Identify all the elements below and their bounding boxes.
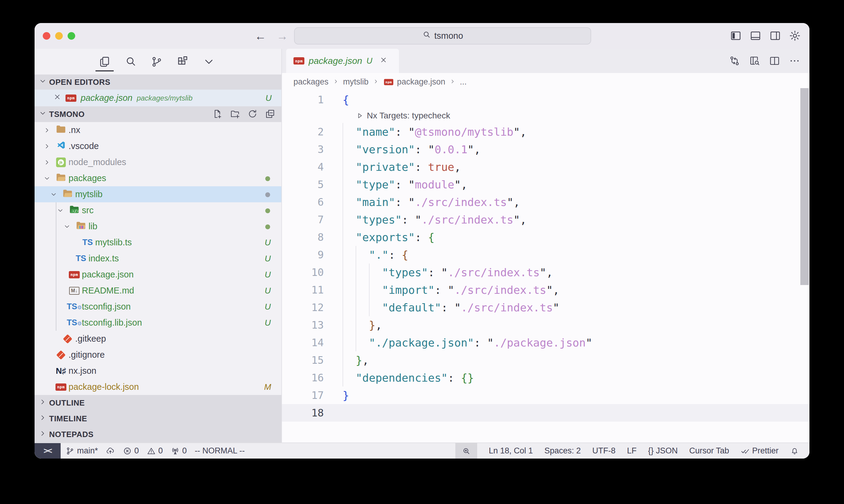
code-line-2[interactable]: 2 "name": "@tsmono/mytslib", bbox=[282, 123, 809, 141]
chevron-down-icon bbox=[39, 109, 47, 119]
tree-item-nx-json[interactable]: N♯nx.json bbox=[35, 363, 281, 379]
line-number: 6 bbox=[282, 196, 343, 208]
close-window-button[interactable] bbox=[43, 32, 50, 40]
status-ln-18-col-1[interactable]: Ln 18, Col 1 bbox=[489, 446, 533, 455]
close-editor-icon[interactable] bbox=[53, 93, 61, 103]
refresh-icon[interactable] bbox=[247, 109, 258, 120]
tree-item-readme-md[interactable]: M↓README.mdU bbox=[35, 283, 281, 299]
command-center-search[interactable]: tsmono bbox=[294, 27, 591, 44]
tree-item-package-lock-json[interactable]: npmpackage-lock.jsonM bbox=[35, 379, 281, 395]
panel-right-icon[interactable] bbox=[769, 30, 781, 42]
nav-back-button[interactable]: ← bbox=[255, 30, 266, 43]
status-bell[interactable] bbox=[790, 447, 799, 455]
status-cloud-up[interactable] bbox=[106, 447, 115, 455]
tree-item-packages[interactable]: packages bbox=[35, 170, 281, 186]
line-number: 4 bbox=[282, 161, 343, 173]
code-line-15[interactable]: 15 }, bbox=[282, 352, 809, 369]
tree-item-mytslib[interactable]: mytslib bbox=[35, 186, 281, 202]
chevron-down-icon[interactable] bbox=[202, 53, 216, 70]
tree-item-lib[interactable]: lib bbox=[35, 218, 281, 234]
tree-item-src[interactable]: ‹/›src bbox=[35, 202, 281, 218]
tree-item--gitignore[interactable]: .gitignore bbox=[35, 347, 281, 363]
split-icon[interactable] bbox=[769, 55, 780, 67]
code-line-17[interactable]: 17} bbox=[282, 386, 809, 404]
new-folder-icon[interactable] bbox=[230, 109, 241, 120]
extensions-icon[interactable] bbox=[176, 53, 189, 70]
code-line-9[interactable]: 9 ".": { bbox=[282, 246, 809, 264]
code-line-12[interactable]: 12 "default": "./src/index.ts" bbox=[282, 299, 809, 316]
open-editor-item[interactable]: npm package.json packages/mytslib U bbox=[35, 90, 281, 106]
code-line-16[interactable]: 16 "dependencies": {} bbox=[282, 369, 809, 386]
tree-item-package-json[interactable]: npmpackage.jsonU bbox=[35, 267, 281, 283]
tree-item--vscode[interactable]: .vscode bbox=[35, 138, 281, 154]
collapse-all-icon[interactable] bbox=[265, 109, 276, 120]
code-line-7[interactable]: 7 "types": "./src/index.ts", bbox=[282, 211, 809, 228]
tab-package-json[interactable]: npm package.json U bbox=[286, 49, 399, 73]
code-line-4[interactable]: 4 "private": true, bbox=[282, 158, 809, 176]
section-header-timeline[interactable]: TIMELINE bbox=[35, 411, 281, 427]
tree-item--nx[interactable]: .nx bbox=[35, 122, 281, 138]
code-line-8[interactable]: 8 "exports": { bbox=[282, 228, 809, 246]
diff-icon[interactable] bbox=[729, 55, 740, 67]
new-file-icon[interactable] bbox=[212, 109, 223, 120]
status-lf[interactable]: LF bbox=[627, 446, 637, 455]
ellipsis-icon[interactable] bbox=[789, 55, 800, 67]
code-editor[interactable]: 1{Nx Targets: typecheck2 "name": "@tsmon… bbox=[282, 91, 809, 443]
open-editors-header[interactable]: OPEN EDITORS bbox=[35, 74, 281, 90]
status-prettier[interactable]: Prettier bbox=[741, 446, 778, 455]
breadcrumb-item[interactable]: npmpackage.json bbox=[383, 77, 445, 87]
node-icon: js bbox=[54, 158, 68, 167]
code-line-6[interactable]: 6 "main": "./src/index.ts", bbox=[282, 193, 809, 211]
tab-close-icon[interactable] bbox=[380, 56, 387, 66]
codelens-nx-targets[interactable]: Nx Targets: typecheck bbox=[282, 108, 809, 123]
section-header-notepads[interactable]: NOTEPADS bbox=[35, 427, 281, 442]
breadcrumb-item[interactable]: ... bbox=[460, 77, 467, 87]
tree-item-index-ts[interactable]: TSindex.tsU bbox=[35, 251, 281, 267]
preview-icon[interactable] bbox=[749, 55, 760, 67]
tree-item-tsconfig-json[interactable]: TS⚙tsconfig.jsonU bbox=[35, 299, 281, 315]
tree-item-tsconfig-lib-json[interactable]: TS⚙tsconfig.lib.jsonU bbox=[35, 315, 281, 331]
tree-item--gitkeep[interactable]: .gitkeep bbox=[35, 331, 281, 347]
code-line-14[interactable]: 14 "./package.json": "./package.json" bbox=[282, 334, 809, 352]
branch-icon bbox=[66, 447, 74, 455]
code-line-18[interactable]: 18 bbox=[282, 404, 809, 421]
breadcrumb-item[interactable]: mytslib bbox=[343, 77, 369, 87]
code-line-11[interactable]: 11 "import": "./src/index.ts", bbox=[282, 281, 809, 299]
explorer-section-header[interactable]: TSMONO bbox=[35, 106, 281, 122]
code-line-5[interactable]: 5 "type": "module", bbox=[282, 176, 809, 193]
section-header-outline[interactable]: OUTLINE bbox=[35, 395, 281, 411]
status-zoom-in[interactable] bbox=[455, 443, 477, 458]
code-line-1[interactable]: 1{ bbox=[282, 91, 809, 108]
status-broadcast[interactable]: 0 bbox=[171, 446, 187, 455]
git-status-badge: U bbox=[263, 270, 272, 280]
status-warning[interactable]: 0 bbox=[147, 446, 163, 455]
breadcrumb-item[interactable]: packages bbox=[293, 77, 329, 87]
code-line-3[interactable]: 3 "version": "0.0.1", bbox=[282, 141, 809, 158]
code-line-13[interactable]: 13 }, bbox=[282, 316, 809, 334]
status-spaces-2[interactable]: Spaces: 2 bbox=[545, 446, 581, 455]
status-utf-8[interactable]: UTF-8 bbox=[592, 446, 616, 455]
line-number: 15 bbox=[282, 354, 343, 366]
gear-icon[interactable] bbox=[789, 30, 801, 42]
search-icon[interactable] bbox=[124, 53, 137, 70]
status-error[interactable]: 0 bbox=[123, 446, 139, 455]
status--normal-[interactable]: -- NORMAL -- bbox=[195, 446, 245, 455]
status-branch[interactable]: main* bbox=[66, 446, 98, 455]
tree-item-node-modules[interactable]: jsnode_modules bbox=[35, 154, 281, 170]
panel-left-icon[interactable] bbox=[730, 30, 742, 42]
tree-item-mytslib-ts[interactable]: TSmytslib.tsU bbox=[35, 234, 281, 251]
status-cursor-tab[interactable]: Cursor Tab bbox=[689, 446, 729, 455]
remote-indicator[interactable]: >< bbox=[35, 443, 61, 458]
files-icon[interactable] bbox=[98, 53, 111, 70]
zoom-window-button[interactable] bbox=[68, 32, 75, 40]
chevron-right-icon bbox=[450, 77, 455, 87]
source-control-icon[interactable] bbox=[150, 53, 163, 70]
minimize-window-button[interactable] bbox=[55, 32, 63, 40]
nav-forward-button[interactable]: → bbox=[276, 30, 288, 43]
error-icon bbox=[123, 447, 132, 455]
code-line-10[interactable]: 10 "types": "./src/index.ts", bbox=[282, 264, 809, 281]
status--json[interactable]: {} JSON bbox=[648, 446, 678, 455]
line-number: 7 bbox=[282, 214, 343, 226]
chevron-down-icon bbox=[39, 77, 47, 87]
panel-bottom-icon[interactable] bbox=[750, 30, 761, 42]
